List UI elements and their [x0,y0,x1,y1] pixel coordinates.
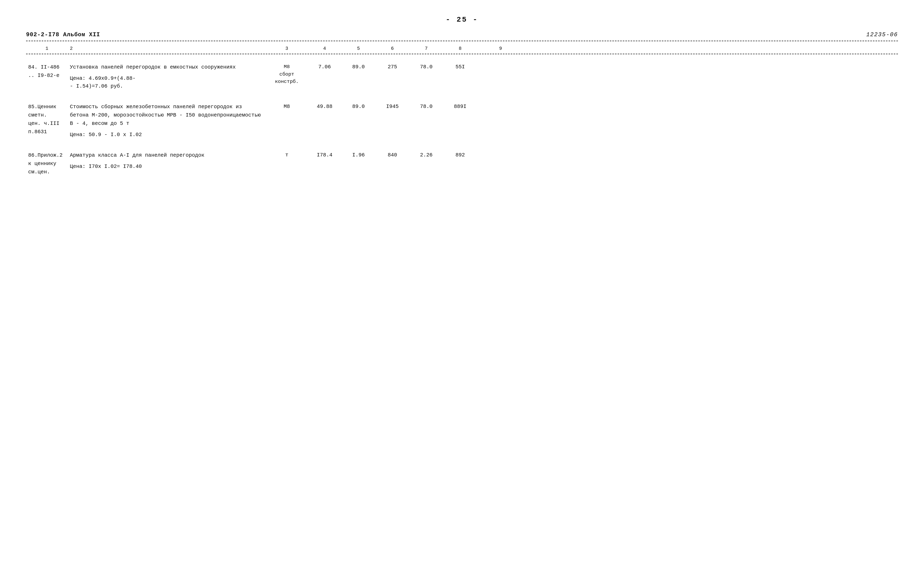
row-col8-85: 78.0 [409,102,443,112]
doc-meta: 902-2-I78 Альбом XII 12235-06 [26,31,898,38]
row-col8-86: 2.26 [409,150,443,160]
column-headers: 1 2 3 4 5 6 7 8 9 [26,43,898,54]
row-col10-85 [477,102,524,104]
col-header-1: 1 [26,46,68,51]
row-desc-text-84: Установка панелей перегородок в емкостны… [70,63,264,71]
main-table: 84. II-486 .. I9-82-е Установка панелей … [26,54,898,180]
table-row: 84. II-486 .. I9-82-е Установка панелей … [26,54,898,94]
doc-number: 12235-06 [866,31,898,38]
doc-title: 902-2-I78 Альбом XII [26,31,100,38]
col-header-6: 6 [375,46,409,51]
row-col9-86: 892 [443,150,477,160]
row-price-86: Цена: I70x I.02= I78.40 [70,163,264,170]
row-col7-85: I945 [375,102,409,112]
row-col9-84: 55I [443,62,477,72]
row-col10-86 [477,150,524,152]
table-row: 85.Ценник сметн. цен. ч.III п.8631 Стоим… [26,94,898,142]
row-col6-85: 89.0 [342,102,375,112]
row-col9-85: 889I [443,102,477,112]
row-unit-85: М8 [266,102,308,112]
col-header-5: 5 [342,46,375,51]
row-col7-86: 840 [375,150,409,160]
row-unit-84: М8 сборт констрб. [266,62,308,87]
page-number: - 25 - [26,16,898,24]
row-unit-86: т [266,150,308,160]
row-desc-84: Установка панелей перегородок в емкостны… [68,62,266,91]
col-header-4: 4 [308,46,342,51]
row-price-84: Цена: 4.69x0.9+(4.88-- I.54)=7.06 руб. [70,74,264,90]
row-price-85: Цена: 50.9 - I.0 x I.02 [70,131,264,139]
col-header-9: 9 [477,46,524,51]
row-col6-86: I.96 [342,150,375,160]
row-desc-85: Стоимость сборных железобетонных панелей… [68,102,266,140]
row-col8-84: 78.0 [409,62,443,72]
col-header-2: 2 [68,46,266,51]
row-col5-86: I78.4 [308,150,342,160]
col-header-7: 7 [409,46,443,51]
row-col7-84: 275 [375,62,409,72]
table-row: 86.Прилож.2 к ценнику см.цен. Арматура к… [26,142,898,180]
col-header-3: 3 [266,46,308,51]
row-desc-86: Арматура класса А-I для панелей перегоро… [68,150,266,171]
row-id-86: 86.Прилож.2 к ценнику см.цен. [26,150,68,177]
row-desc-text-85: Стоимость сборных железобетонных панелей… [70,103,264,128]
row-col6-84: 89.0 [342,62,375,72]
row-col5-85: 49.88 [308,102,342,112]
row-id-84: 84. II-486 .. I9-82-е [26,62,68,81]
row-id-85: 85.Ценник сметн. цен. ч.III п.8631 [26,102,68,137]
top-divider [26,41,898,41]
col-header-8: 8 [443,46,477,51]
row-desc-text-86: Арматура класса А-I для панелей перегоро… [70,151,264,160]
row-col5-84: 7.06 [308,62,342,72]
row-col10-84 [477,62,524,64]
